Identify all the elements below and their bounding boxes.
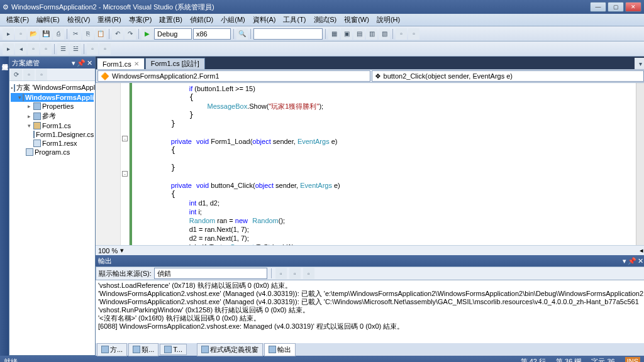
solexp-title: 方案總管 <box>12 58 40 68</box>
tool-icon[interactable]: ▧ <box>379 28 390 40</box>
menu-help[interactable]: 說明(H) <box>373 14 404 26</box>
tablist-icon[interactable]: ▾ <box>635 58 644 69</box>
vs-logo-icon: ⚙ <box>3 3 9 11</box>
menu-project[interactable]: 專案(P) <box>125 14 156 26</box>
menu-edit[interactable]: 編輯(E) <box>33 14 64 26</box>
fold-icon[interactable]: - <box>122 171 128 177</box>
solution-explorer: 方案總管 ▾📌✕ ⟳ ▫ ▫ ▪方案 'WindowsFormsApplicat… <box>9 57 96 356</box>
minimize-button[interactable]: — <box>590 2 606 12</box>
close-button[interactable]: ✕ <box>625 2 641 12</box>
close-tab-icon[interactable]: ✕ <box>134 60 139 67</box>
output-source-combo[interactable]: 偵錯 <box>154 268 267 279</box>
tool-icon[interactable]: ▫ <box>396 28 407 40</box>
wrap-icon[interactable]: ▫ <box>303 268 314 279</box>
references-node[interactable]: ▸參考 <box>11 111 94 121</box>
properties-node[interactable]: ▸Properties <box>11 102 94 111</box>
copy-icon[interactable]: ⎘ <box>82 28 94 40</box>
outline-margin[interactable]: - - <box>121 83 130 245</box>
output-toolbar: 顯示輸出來源(S): 偵錯 ▫ ▫ ▫ <box>96 266 644 280</box>
config-combo[interactable]: Debug <box>154 28 192 40</box>
pin-icon[interactable]: 📌 <box>628 257 636 265</box>
output-src-label: 顯示輸出來源(S): <box>99 269 152 278</box>
menu-window[interactable]: 視窗(W) <box>340 14 373 26</box>
solution-node[interactable]: ▪方案 'WindowsFormsApplicati <box>11 82 94 93</box>
btab-team[interactable]: T... <box>160 344 187 355</box>
bookmark-icon[interactable]: ▫ <box>87 43 98 55</box>
open-icon[interactable]: 📂 <box>28 28 39 40</box>
platform-combo[interactable]: x86 <box>193 28 231 40</box>
form-node[interactable]: ▾Form1.cs <box>11 121 94 130</box>
save-icon[interactable]: 💾 <box>40 28 52 40</box>
uncomment-icon[interactable]: ☱ <box>70 43 81 55</box>
maximize-button[interactable]: ▢ <box>608 2 624 12</box>
btab-class[interactable]: 類... <box>128 343 158 356</box>
menu-debug[interactable]: 偵錯(D) <box>186 14 217 26</box>
vscrollbar[interactable] <box>636 83 644 245</box>
paste-icon[interactable]: 📋 <box>95 28 106 40</box>
saveall-icon[interactable]: ⎙ <box>53 28 64 40</box>
clear-icon[interactable]: ▫ <box>289 268 301 279</box>
redo-icon[interactable]: ↷ <box>125 28 136 40</box>
tab-form1design[interactable]: Form1.cs [設計] <box>145 58 205 69</box>
code-editor[interactable]: - - if (button1.Left >= 15) { MessageBox… <box>96 83 644 245</box>
props-icon[interactable]: ▫ <box>36 69 47 80</box>
menu-refactor[interactable]: 重構(R) <box>94 14 125 26</box>
tab-form1cs[interactable]: Form1.cs✕ <box>97 58 145 69</box>
program-node[interactable]: Program.cs <box>11 148 94 156</box>
menu-test[interactable]: 測試(S) <box>310 14 341 26</box>
bottom-tabs: 方... 類... T... 程式碼定義視窗 輸出 <box>96 343 644 356</box>
indent-icon[interactable]: ▸ <box>3 43 14 55</box>
menu-view[interactable]: 檢視(V) <box>64 14 94 26</box>
menu-data[interactable]: 資料(A) <box>249 14 280 26</box>
tool-icon[interactable]: ▫ <box>408 28 419 40</box>
split-icon[interactable]: ◂ <box>640 246 643 255</box>
dropdown-icon[interactable]: ▾ <box>623 257 626 265</box>
resx-node[interactable]: Form1.resx <box>11 139 94 148</box>
menu-build[interactable]: 建置(B) <box>155 14 186 26</box>
showall-icon[interactable]: ▫ <box>23 69 35 80</box>
find-icon[interactable]: 🔍 <box>236 28 248 40</box>
dropdown-icon[interactable]: ▾ <box>72 59 75 67</box>
output-panel: 輸出 ▾📌✕ 顯示輸出來源(S): 偵錯 ▫ ▫ ▫ 'vshost.LoadR… <box>96 255 644 343</box>
class-combo[interactable]: 🔶WindowsFormsApplication2.Form1 <box>97 70 370 82</box>
code-content[interactable]: if (button1.Left >= 15) { MessageBox.Sho… <box>132 83 636 245</box>
toolbar-second: ▸ ◂ ▫ ▫ ☰ ☱ ▫ ▫ <box>0 41 644 57</box>
tool-icon[interactable]: ▫ <box>99 43 111 55</box>
add-item-icon[interactable]: ▫ <box>15 28 26 40</box>
tool-icon[interactable]: ▦ <box>328 28 340 40</box>
goto-icon[interactable]: ▫ <box>275 268 287 279</box>
btab-output[interactable]: 輸出 <box>264 343 296 356</box>
refresh-icon[interactable]: ⟳ <box>11 69 22 80</box>
btab-sol[interactable]: 方... <box>97 343 127 356</box>
member-combo[interactable]: ❖button2_Click(object sender, EventArgs … <box>372 70 644 82</box>
designer-node[interactable]: Form1.Designer.cs <box>11 130 94 139</box>
ins-indicator: INS <box>625 357 640 362</box>
close-panel-icon[interactable]: ✕ <box>87 59 92 67</box>
left-dock-strip[interactable]: 伺服器總管 <box>0 57 9 356</box>
menu-team[interactable]: 小組(M) <box>217 14 249 26</box>
comment-icon[interactable]: ☰ <box>57 43 69 55</box>
tool-icon[interactable]: ▣ <box>341 28 352 40</box>
new-project-icon[interactable]: ▸ <box>3 28 14 40</box>
solution-tree[interactable]: ▪方案 'WindowsFormsApplicati ▾WindowsForms… <box>9 81 95 355</box>
menu-file[interactable]: 檔案(F) <box>3 14 33 26</box>
menu-tools[interactable]: 工具(T) <box>279 14 309 26</box>
close-panel-icon[interactable]: ✕ <box>638 257 643 265</box>
cut-icon[interactable]: ✂ <box>70 28 81 40</box>
start-debug-icon[interactable]: ▶ <box>142 28 153 40</box>
find-combo[interactable] <box>253 28 323 40</box>
tool-icon[interactable]: ▫ <box>40 43 52 55</box>
project-node[interactable]: ▾WindowsFormsApplication <box>11 93 94 102</box>
zoom-level[interactable]: 100 % <box>98 247 118 255</box>
tool-icon[interactable]: ▫ <box>28 43 39 55</box>
outdent-icon[interactable]: ◂ <box>15 43 26 55</box>
class-icon: 🔶 <box>101 72 109 80</box>
status-ready: 就緒 <box>4 357 18 363</box>
pin-icon[interactable]: 📌 <box>77 59 86 67</box>
output-text[interactable]: 'vshost.LoadReference' (0x718) 執行緒以返回碼 0… <box>96 280 644 343</box>
tool-icon[interactable]: ▥ <box>366 28 377 40</box>
btab-codedef[interactable]: 程式碼定義視窗 <box>197 343 263 356</box>
tool-icon[interactable]: ▤ <box>353 28 365 40</box>
undo-icon[interactable]: ↶ <box>112 28 123 40</box>
fold-icon[interactable]: - <box>122 136 128 141</box>
